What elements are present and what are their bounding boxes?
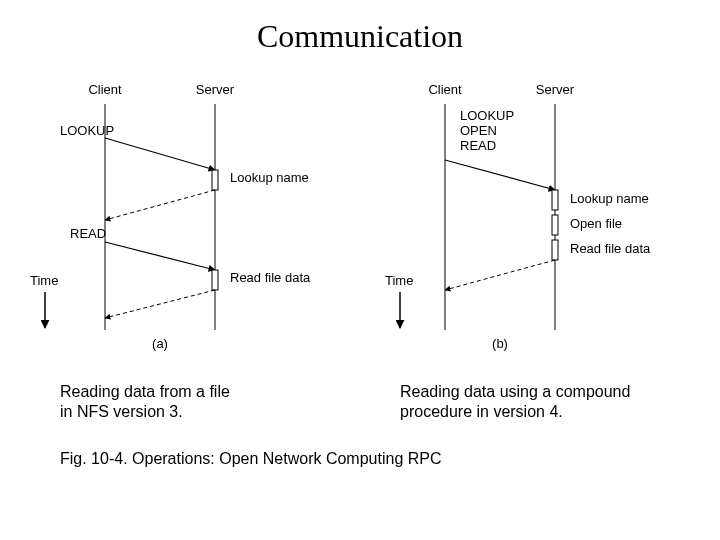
- caption-left-line1: Reading data from a file: [60, 383, 230, 400]
- svg-line-2: [105, 138, 215, 170]
- caption-right-line2: procedure in version 4.: [400, 403, 563, 420]
- caption-left-line2: in NFS version 3.: [60, 403, 183, 420]
- svg-rect-14: [552, 240, 558, 260]
- label-read-a: READ: [70, 226, 106, 241]
- svg-rect-6: [212, 270, 218, 290]
- svg-line-11: [445, 160, 555, 190]
- label-open-file-b: Open file: [570, 216, 622, 231]
- caption-left: Reading data from a file in NFS version …: [60, 382, 230, 422]
- caption-right: Reading data using a compound procedure …: [400, 382, 630, 422]
- svg-rect-3: [212, 170, 218, 190]
- svg-line-15: [445, 260, 555, 290]
- page-title: Communication: [0, 18, 720, 55]
- label-a: (a): [152, 336, 168, 351]
- svg-line-7: [105, 290, 215, 318]
- label-lookup-a: LOOKUP: [60, 123, 114, 138]
- label-time-b: Time: [385, 273, 413, 288]
- label-compound-lookup: LOOKUP: [460, 108, 514, 123]
- caption-right-line1: Reading data using a compound: [400, 383, 630, 400]
- label-server-b: Server: [536, 82, 575, 97]
- figure-caption: Fig. 10-4. Operations: Open Network Comp…: [60, 450, 442, 468]
- label-time-a: Time: [30, 273, 58, 288]
- label-read-file-data-a: Read file data: [230, 270, 311, 285]
- label-compound-open: OPEN: [460, 123, 497, 138]
- svg-line-4: [105, 190, 215, 220]
- label-lookup-name-b: Lookup name: [570, 191, 649, 206]
- label-read-file-data-b: Read file data: [570, 241, 651, 256]
- label-lookup-name-a: Lookup name: [230, 170, 309, 185]
- svg-line-5: [105, 242, 215, 270]
- label-b: (b): [492, 336, 508, 351]
- svg-rect-13: [552, 215, 558, 235]
- label-compound-read: READ: [460, 138, 496, 153]
- sequence-diagrams: Client Server LOOKUP Lookup name READ Re…: [0, 70, 720, 370]
- svg-rect-12: [552, 190, 558, 210]
- diagram-a: Client Server LOOKUP Lookup name READ Re…: [30, 82, 311, 351]
- label-client-b: Client: [428, 82, 462, 97]
- label-client-a: Client: [88, 82, 122, 97]
- label-server-a: Server: [196, 82, 235, 97]
- diagram-b: Client Server LOOKUP OPEN READ Lookup na…: [385, 82, 651, 351]
